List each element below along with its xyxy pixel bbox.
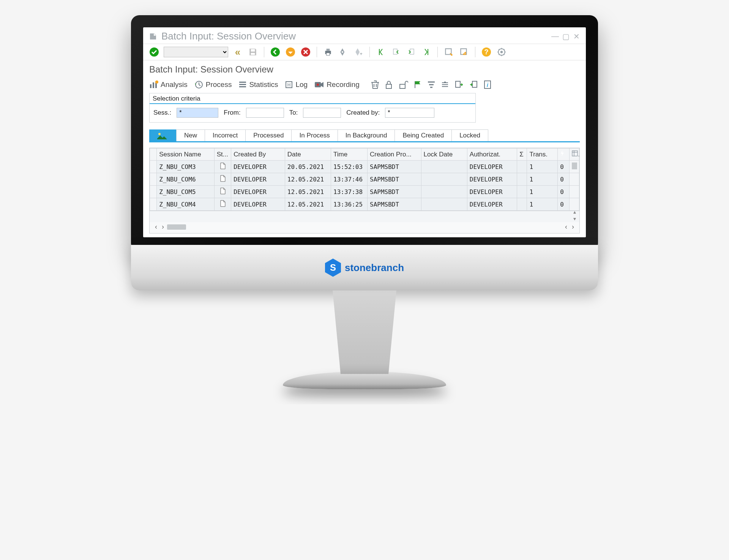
scroll-up-icon[interactable]: ▴ [571,209,578,215]
command-field[interactable] [164,47,228,57]
from-label: From: [224,109,240,117]
generate-shortcut-icon[interactable] [458,46,470,58]
import-icon[interactable] [469,80,478,89]
find-icon[interactable] [338,46,349,58]
statistics-label: Statistics [249,80,278,89]
row-handle[interactable] [150,186,157,198]
row-handle[interactable] [150,161,157,173]
tab-new[interactable]: New [176,129,205,141]
cell-createdby: DEVELOPER [231,161,285,173]
tab-incorrect[interactable]: Incorrect [205,129,246,141]
tab-inbackground[interactable]: In Background [338,129,395,141]
createdby-label: Created by: [346,109,380,117]
svg-point-9 [342,51,343,53]
exit-icon[interactable] [285,46,296,58]
from-input[interactable] [246,108,284,118]
tab-overview-active[interactable] [149,129,177,141]
next-page-icon[interactable] [406,46,417,58]
col-lockdate[interactable]: Lock Date [421,148,467,161]
first-page-icon[interactable] [375,46,387,58]
col-creationprog[interactable]: Creation Pro... [368,148,421,161]
col-settings[interactable] [569,148,579,161]
tab-locked[interactable]: Locked [451,129,488,141]
hscroll-left2-icon[interactable]: ‹ [563,223,569,231]
tab-processed[interactable]: Processed [245,129,292,141]
table-row[interactable]: Z_NBU_COM4DEVELOPER12.05.202113:36:25SAP… [150,198,579,211]
cell-date: 12.05.2021 [285,198,331,211]
col-time[interactable]: Time [331,148,368,161]
cell-session: Z_NBU_COM5 [157,186,215,198]
table-row[interactable]: Z_NBU_COM5DEVELOPER12.05.202113:37:38SAP… [150,186,579,198]
statistics-button[interactable]: Statistics [238,80,278,89]
new-session-icon[interactable] [443,46,454,58]
separator [475,47,475,57]
sort-icon[interactable] [441,80,449,89]
scroll-down-icon[interactable]: ▾ [571,216,578,222]
row-handle[interactable] [150,173,157,186]
customize-icon[interactable] [496,46,507,58]
cell-session: Z_NBU_COM6 [157,173,215,186]
analysis-button[interactable]: Analysis [149,80,188,89]
info-icon[interactable]: i [483,80,492,89]
prev-page-icon[interactable] [390,46,402,58]
filter-icon[interactable] [427,80,436,89]
recording-label: Recording [327,80,360,89]
col-trans[interactable]: Trans. [527,148,558,161]
export-icon[interactable] [454,80,464,89]
scroll-thumb[interactable] [572,162,577,169]
find-next-icon[interactable]: + [353,46,364,58]
cell-auth: DEVELOPER [467,186,517,198]
minimize-button[interactable]: — [551,32,559,41]
svg-text:i: i [487,82,489,88]
brand-hex-icon: S [325,259,341,277]
sess-input[interactable] [177,108,218,118]
vertical-scrollbar[interactable]: ▴ ▾ [571,162,578,222]
close-button[interactable]: ✕ [572,32,581,41]
screen: Batch Input: Session Overview — ▢ ✕ « [143,27,586,237]
log-button[interactable]: H Log [285,80,308,89]
back-icon[interactable] [270,46,281,58]
cell-trans: 1 [527,198,558,211]
tab-inprocess[interactable]: In Process [291,129,338,141]
col-status[interactable]: St... [214,148,231,161]
cell-time: 13:37:38 [331,186,368,198]
save-icon[interactable] [247,46,259,58]
print-icon[interactable] [322,46,334,58]
row-selector-header[interactable] [150,148,157,161]
flag-icon[interactable] [413,80,422,89]
last-page-icon[interactable] [421,46,432,58]
lock-icon[interactable] [385,80,393,89]
cell-err: 0 [558,161,569,173]
hscroll-right2-icon[interactable]: › [570,223,576,231]
recording-button[interactable]: Recording [314,80,360,89]
col-sum[interactable]: Σ [517,148,527,161]
table-row[interactable]: Z_NBU_COM3DEVELOPER20.05.202115:52:03SAP… [150,161,579,173]
process-button[interactable]: Process [194,80,232,89]
hscroll-left-icon[interactable]: ‹ [153,223,159,231]
enter-icon[interactable] [148,46,160,58]
row-handle[interactable] [150,198,157,211]
hscroll-right-icon[interactable]: › [160,223,166,231]
table-row[interactable]: Z_NBU_COM6DEVELOPER12.05.202113:37:46SAP… [150,173,579,186]
col-errors[interactable] [558,148,569,161]
col-sessionname[interactable]: Session Name [157,148,215,161]
cell-status [214,161,231,173]
svg-rect-20 [150,84,151,88]
maximize-button[interactable]: ▢ [562,32,570,41]
cell-sum [517,161,527,173]
col-authorizat[interactable]: Authorizat. [467,148,517,161]
tab-beingcreated[interactable]: Being Created [394,129,452,141]
delete-icon[interactable] [371,80,379,89]
to-input[interactable] [303,108,341,118]
col-date[interactable]: Date [285,148,331,161]
hscroll-thumb[interactable] [167,224,186,230]
svg-rect-27 [239,86,246,87]
createdby-input[interactable] [385,108,434,118]
back-collapse-icon[interactable]: « [232,46,243,58]
app-icon [148,32,158,41]
cancel-icon[interactable] [300,46,311,58]
cell-auth: DEVELOPER [467,173,517,186]
help-icon[interactable]: ? [481,46,492,58]
unlock-icon[interactable] [398,80,408,89]
col-createdby[interactable]: Created By [231,148,285,161]
